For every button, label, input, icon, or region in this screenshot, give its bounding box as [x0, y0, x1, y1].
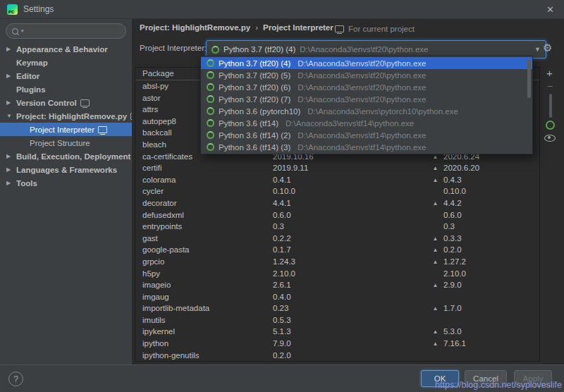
chevron-down-icon[interactable]: ▼: [532, 46, 541, 53]
sidebar-item-label: Languages & Frameworks: [16, 166, 117, 174]
package-latest-version: 2.10.0: [443, 269, 466, 278]
package-row-gast[interactable]: gast0.2.2▲0.3.3: [135, 233, 539, 245]
help-icon[interactable]: ?: [8, 372, 23, 386]
package-name: absl-py: [142, 82, 168, 90]
sidebar-item-label: Keymap: [16, 59, 48, 67]
sidebar-item-editor[interactable]: ▶Editor: [0, 69, 132, 82]
conda-package-manager-icon[interactable]: [546, 121, 555, 130]
per-project-monitor-icon: [80, 99, 90, 106]
chevron-down-icon[interactable]: ▼: [6, 113, 16, 119]
interpreter-option-python-3-6-pytorch10[interactable]: Python 3.6 (pytorch10)D:\Anaconda3\envs\…: [201, 105, 532, 117]
interpreter-option-python-3-7-tf20-6[interactable]: Python 3.7 (tf20) (6)D:\Anaconda3\envs\t…: [201, 81, 532, 93]
package-latest-version: 1.27.2: [443, 257, 466, 266]
package-row-imutils[interactable]: imutils0.5.3: [135, 314, 539, 326]
upgrade-arrow-icon: ▲: [430, 305, 441, 312]
interpreter-option-path: D:\Anaconda3\envs\tf14\python.exe: [286, 119, 414, 128]
sidebar-item-project-structure[interactable]: Project Structure: [0, 136, 132, 149]
package-row-imageio[interactable]: imageio2.6.1▲2.9.0: [135, 279, 539, 291]
package-name: h5py: [142, 269, 160, 278]
interpreter-option-path: D:\Anaconda3\envs\tf14\python.exe: [298, 131, 426, 140]
chevron-right-icon[interactable]: ▶: [6, 153, 16, 159]
eye-icon[interactable]: [544, 135, 556, 142]
dropdown-scrollbar[interactable]: [527, 59, 531, 98]
interpreter-option-python-3-7-tf20-4[interactable]: Python 3.7 (tf20) (4)D:\Anaconda3\envs\t…: [201, 57, 532, 69]
python-env-icon: [212, 46, 219, 54]
python-env-icon: [207, 119, 214, 127]
package-row-cycler[interactable]: cycler0.10.00.10.0: [135, 185, 539, 197]
upgrade-arrow-icon: ▲: [430, 177, 441, 183]
package-name: imageio: [142, 281, 171, 289]
package-row-ipython-genutils[interactable]: ipython-genutils0.2.0: [135, 350, 539, 361]
gear-icon[interactable]: ⚙: [543, 42, 552, 53]
package-row-google-pasta[interactable]: google-pasta0.1.7▲0.2.0: [135, 244, 539, 256]
package-version: 0.23: [273, 304, 288, 312]
close-icon[interactable]: ✕: [544, 4, 557, 15]
package-version: 0.4.1: [273, 176, 291, 184]
package-row-defusedxml[interactable]: defusedxml0.6.00.6.0: [135, 209, 539, 221]
settings-search-box[interactable]: ▾: [6, 23, 126, 39]
package-row-colorama[interactable]: colorama0.4.1▲0.4.3: [135, 174, 539, 186]
sidebar-item-project-interpreter[interactable]: Project Interpreter: [0, 123, 132, 136]
sidebar-item-project-highlightremove-py[interactable]: ▼Project: HighlightRemove.py: [0, 109, 132, 123]
sidebar-item-keymap[interactable]: Keymap: [0, 56, 132, 69]
chevron-right-icon[interactable]: ▶: [6, 180, 16, 186]
sidebar-item-tools[interactable]: ▶Tools: [0, 176, 132, 190]
chevron-right-icon[interactable]: ▶: [6, 99, 16, 106]
interpreter-option-python-3-6-tf14-2[interactable]: Python 3.6 (tf14) (2)D:\Anaconda3\envs\t…: [201, 129, 532, 141]
package-version: 4.4.1: [273, 199, 291, 207]
package-name: defusedxml: [142, 211, 184, 219]
window-title: Settings: [23, 4, 54, 14]
package-latest-version: 2020.6.20: [443, 164, 479, 172]
upgrade-arrow-icon: ▲: [430, 329, 441, 335]
upgrade-arrow-icon: ▲: [430, 247, 441, 253]
column-header-package[interactable]: Package: [142, 69, 174, 78]
sidebar-item-plugins[interactable]: Plugins: [0, 82, 132, 96]
package-name: decorator: [142, 199, 177, 207]
packages-scrollbar[interactable]: [549, 94, 552, 118]
package-version: 1.24.3: [273, 257, 295, 266]
python-env-icon: [207, 143, 214, 151]
package-name: ipython: [142, 339, 168, 348]
package-row-decorator[interactable]: decorator4.4.1▲4.4.2: [135, 197, 539, 209]
interpreter-option-python-3-6-tf14[interactable]: Python 3.6 (tf14)D:\Anaconda3\envs\tf14\…: [201, 117, 532, 129]
package-row-h5py[interactable]: h5py2.10.02.10.0: [135, 268, 539, 280]
add-package-icon[interactable]: +: [546, 68, 553, 78]
package-row-entrypoints[interactable]: entrypoints0.30.3: [135, 221, 539, 233]
chevron-right-icon[interactable]: ▶: [6, 166, 16, 173]
upgrade-arrow-icon: ▲: [430, 282, 441, 288]
remove-package-icon[interactable]: −: [547, 81, 553, 91]
search-input[interactable]: [27, 25, 120, 37]
package-row-importlib-metadata[interactable]: importlib-metadata0.23▲1.7.0: [135, 302, 539, 314]
search-icon[interactable]: [12, 28, 18, 35]
package-version: 0.6.0: [273, 211, 291, 219]
package-version: 2.10.0: [273, 269, 295, 278]
package-latest-version: 0.10.0: [443, 187, 466, 195]
chevron-right-icon[interactable]: ▶: [6, 46, 16, 52]
interpreter-option-path: D:\Anaconda3\envs\pytorch10\python.exe: [307, 107, 458, 116]
sidebar-item-label: Plugins: [16, 85, 46, 94]
package-latest-version: 0.3.3: [443, 234, 462, 243]
titlebar: PC Settings ✕: [0, 0, 564, 19]
package-row-imgaug[interactable]: imgaug0.4.0: [135, 291, 539, 303]
interpreter-label: Project Interpreter:: [140, 44, 207, 52]
upgrade-arrow-icon: ▲: [430, 165, 441, 171]
package-row-grpcio[interactable]: grpcio1.24.3▲1.27.2: [135, 256, 539, 268]
search-history-caret-icon[interactable]: ▾: [21, 28, 24, 34]
interpreter-option-name: Python 3.7 (tf20) (6): [219, 83, 290, 92]
package-row-ipython[interactable]: ipython7.9.0▲7.16.1: [135, 338, 539, 350]
interpreter-option-python-3-7-tf20-7[interactable]: Python 3.7 (tf20) (7)D:\Anaconda3\envs\t…: [201, 93, 532, 105]
interpreter-option-python-3-7-tf20-5[interactable]: Python 3.7 (tf20) (5)D:\Anaconda3\envs\t…: [201, 69, 532, 81]
interpreter-option-path: D:\Anaconda3\envs\tf20\python.exe: [298, 83, 426, 92]
chevron-right-icon[interactable]: ▶: [6, 73, 16, 79]
sidebar-item-build-execution-deployment[interactable]: ▶Build, Execution, Deployment: [0, 149, 132, 163]
python-env-icon: [207, 83, 214, 91]
sidebar-item-version-control[interactable]: ▶Version Control: [0, 96, 132, 109]
sidebar-item-appearance-behavior[interactable]: ▶Appearance & Behavior: [0, 42, 132, 56]
breadcrumb-project[interactable]: Project: HighlightRemove.py: [140, 23, 250, 32]
package-row-certifi[interactable]: certifi2019.9.11▲2020.6.20: [135, 162, 539, 174]
interpreter-dropdown-popup: Python 3.7 (tf20) (4)D:\Anaconda3\envs\t…: [200, 56, 533, 154]
interpreter-option-python-3-6-tf14-3[interactable]: Python 3.6 (tf14) (3)D:\Anaconda3\envs\t…: [201, 141, 532, 153]
package-version: 5.1.3: [273, 327, 291, 336]
sidebar-item-languages-frameworks[interactable]: ▶Languages & Frameworks: [0, 163, 132, 176]
package-row-ipykernel[interactable]: ipykernel5.1.3▲5.3.0: [135, 326, 539, 338]
